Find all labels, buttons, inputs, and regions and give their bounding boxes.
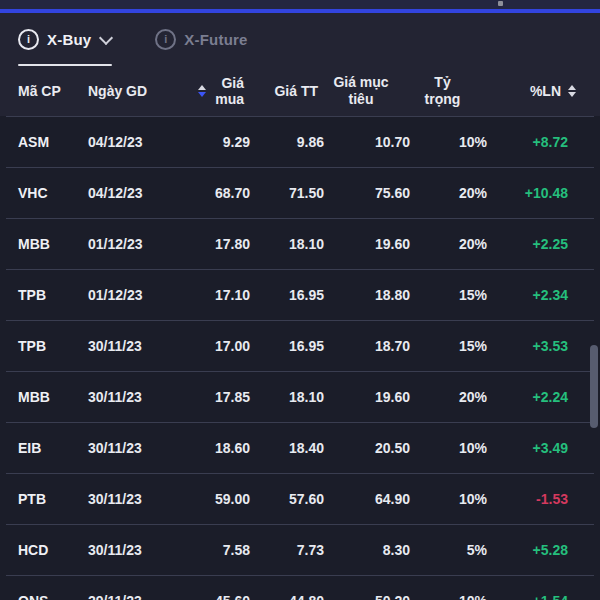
cell-trade-date: 30/11/23 bbox=[88, 338, 184, 354]
table-row[interactable]: QNS 29/11/23 45.60 44.80 50.20 10% +1.54 bbox=[0, 575, 600, 600]
cell-buy-price: 59.00 bbox=[184, 491, 250, 507]
cell-trade-date: 30/11/23 bbox=[88, 440, 184, 456]
cell-target-price: 64.90 bbox=[324, 491, 410, 507]
scrollbar-dot bbox=[498, 1, 503, 6]
sort-icon-pnl[interactable] bbox=[568, 85, 576, 97]
cell-target-price: 20.50 bbox=[324, 440, 410, 456]
tab-x-future[interactable]: i X-Future bbox=[155, 13, 247, 66]
cell-weight: 10% bbox=[410, 491, 487, 507]
cell-market-price: 9.86 bbox=[250, 134, 324, 150]
cell-pnl: +2.34 bbox=[487, 287, 586, 303]
table-row[interactable]: VHC 04/12/23 68.70 71.50 75.60 20% +10.4… bbox=[0, 167, 600, 218]
window-top-strip bbox=[0, 0, 600, 9]
cell-pnl: +10.48 bbox=[487, 185, 586, 201]
sort-down-arrow-active bbox=[198, 92, 206, 97]
cell-trade-date: 01/12/23 bbox=[88, 287, 184, 303]
cell-buy-price: 17.85 bbox=[184, 389, 250, 405]
info-icon[interactable]: i bbox=[155, 29, 176, 50]
cell-trade-date: 30/11/23 bbox=[88, 491, 184, 507]
cell-buy-price: 18.60 bbox=[184, 440, 250, 456]
cell-market-price: 18.10 bbox=[250, 389, 324, 405]
cell-market-price: 18.40 bbox=[250, 440, 324, 456]
chevron-down-icon[interactable] bbox=[99, 30, 113, 44]
cell-pnl: +2.25 bbox=[487, 236, 586, 252]
table-header-row: Mã CP Ngày GD Giá mua Giá TT Giá mục tiê… bbox=[0, 66, 600, 116]
vertical-scrollbar-thumb[interactable] bbox=[590, 345, 598, 428]
sort-icon-date[interactable] bbox=[198, 85, 206, 97]
column-header-ticker: Mã CP bbox=[18, 83, 88, 99]
cell-ticker: TPB bbox=[18, 338, 88, 354]
column-header-market-price: Giá TT bbox=[244, 83, 318, 99]
cell-trade-date: 01/12/23 bbox=[88, 236, 184, 252]
tab-label: X-Buy bbox=[47, 31, 91, 48]
cell-target-price: 8.30 bbox=[324, 542, 410, 558]
column-header-weight: Tỷ trọng bbox=[404, 74, 481, 109]
sort-up-arrow bbox=[198, 85, 206, 90]
cell-pnl: +1.54 bbox=[487, 593, 586, 600]
table-row[interactable]: HCD 30/11/23 7.58 7.73 8.30 5% +5.28 bbox=[0, 524, 600, 575]
cell-buy-price: 17.10 bbox=[184, 287, 250, 303]
cell-ticker: TPB bbox=[18, 287, 88, 303]
column-header-trade-date[interactable]: Ngày GD bbox=[88, 83, 184, 99]
table-row[interactable]: EIB 30/11/23 18.60 18.40 20.50 10% +3.49 bbox=[0, 422, 600, 473]
cell-target-price: 10.70 bbox=[324, 134, 410, 150]
cell-weight: 15% bbox=[410, 338, 487, 354]
tab-x-buy[interactable]: i X-Buy bbox=[18, 13, 111, 66]
cell-pnl: +8.72 bbox=[487, 134, 586, 150]
cell-buy-price: 17.80 bbox=[184, 236, 250, 252]
cell-ticker: MBB bbox=[18, 236, 88, 252]
cell-trade-date: 04/12/23 bbox=[88, 134, 184, 150]
cell-weight: 10% bbox=[410, 593, 487, 600]
cell-target-price: 75.60 bbox=[324, 185, 410, 201]
cell-buy-price: 45.60 bbox=[184, 593, 250, 600]
table-row[interactable]: MBB 01/12/23 17.80 18.10 19.60 20% +2.25 bbox=[0, 218, 600, 269]
cell-buy-price: 9.29 bbox=[184, 134, 250, 150]
table-row[interactable]: TPB 01/12/23 17.10 16.95 18.80 15% +2.34 bbox=[0, 269, 600, 320]
cell-market-price: 18.10 bbox=[250, 236, 324, 252]
cell-pnl: +5.28 bbox=[487, 542, 586, 558]
cell-market-price: 7.73 bbox=[250, 542, 324, 558]
cell-ticker: VHC bbox=[18, 185, 88, 201]
table-body: ASM 04/12/23 9.29 9.86 10.70 10% +8.72 V… bbox=[0, 116, 600, 600]
cell-trade-date: 30/11/23 bbox=[88, 542, 184, 558]
cell-buy-price: 7.58 bbox=[184, 542, 250, 558]
column-header-target-price: Giá mục tiêu bbox=[318, 74, 404, 109]
cell-weight: 10% bbox=[410, 440, 487, 456]
tab-bar: i X-Buy i X-Future bbox=[0, 13, 600, 66]
cell-target-price: 19.60 bbox=[324, 389, 410, 405]
tab-label: X-Future bbox=[184, 31, 247, 48]
cell-ticker: QNS bbox=[18, 593, 88, 600]
cell-buy-price: 17.00 bbox=[184, 338, 250, 354]
cell-market-price: 16.95 bbox=[250, 287, 324, 303]
info-icon[interactable]: i bbox=[18, 29, 39, 50]
trading-watchlist-screen: { "topbar": { "accent_color": "#3244df" … bbox=[0, 0, 600, 600]
cell-buy-price: 68.70 bbox=[184, 185, 250, 201]
cell-ticker: EIB bbox=[18, 440, 88, 456]
cell-ticker: ASM bbox=[18, 134, 88, 150]
table-row[interactable]: MBB 30/11/23 17.85 18.10 19.60 20% +2.24 bbox=[0, 371, 600, 422]
cell-trade-date: 30/11/23 bbox=[88, 389, 184, 405]
cell-target-price: 50.20 bbox=[324, 593, 410, 600]
cell-weight: 5% bbox=[410, 542, 487, 558]
cell-market-price: 16.95 bbox=[250, 338, 324, 354]
table-row[interactable]: ASM 04/12/23 9.29 9.86 10.70 10% +8.72 bbox=[0, 116, 600, 167]
table-row[interactable]: TPB 30/11/23 17.00 16.95 18.70 15% +3.53 bbox=[0, 320, 600, 371]
cell-target-price: 18.80 bbox=[324, 287, 410, 303]
cell-pnl: +3.49 bbox=[487, 440, 586, 456]
cell-pnl: +2.24 bbox=[487, 389, 586, 405]
cell-ticker: PTB bbox=[18, 491, 88, 507]
cell-market-price: 44.80 bbox=[250, 593, 324, 600]
sort-up-arrow bbox=[568, 85, 576, 90]
column-header-pnl[interactable]: %LN bbox=[481, 83, 580, 99]
cell-trade-date: 29/11/23 bbox=[88, 593, 184, 600]
cell-weight: 15% bbox=[410, 287, 487, 303]
cell-market-price: 71.50 bbox=[250, 185, 324, 201]
cell-pnl: -1.53 bbox=[487, 491, 586, 507]
table-row[interactable]: PTB 30/11/23 59.00 57.60 64.90 10% -1.53 bbox=[0, 473, 600, 524]
cell-trade-date: 04/12/23 bbox=[88, 185, 184, 201]
cell-market-price: 57.60 bbox=[250, 491, 324, 507]
cell-weight: 20% bbox=[410, 236, 487, 252]
cell-ticker: MBB bbox=[18, 389, 88, 405]
cell-target-price: 19.60 bbox=[324, 236, 410, 252]
sort-down-arrow bbox=[568, 92, 576, 97]
